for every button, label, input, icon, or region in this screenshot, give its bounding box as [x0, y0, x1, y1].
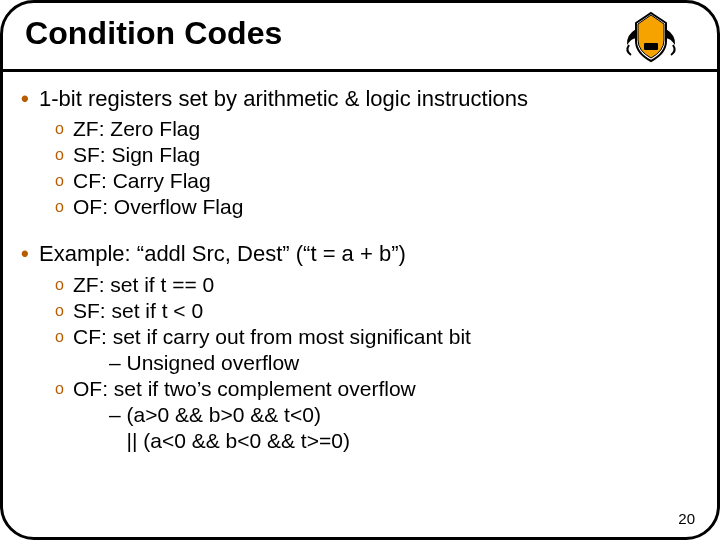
- subbullet-mark-icon: o: [55, 168, 73, 194]
- list-item: o ZF: set if t == 0: [55, 272, 697, 298]
- list-item: o OF: set if two’s complement overflow: [55, 376, 697, 402]
- list-item: o ZF: Zero Flag: [55, 116, 697, 142]
- sublist-example: o ZF: set if t == 0 o SF: set if t < 0 o…: [55, 272, 697, 454]
- list-item: o OF: Overflow Flag: [55, 194, 697, 220]
- bullet-registers: • 1-bit registers set by arithmetic & lo…: [21, 85, 697, 112]
- slide-frame: Condition Codes • 1-bit registers set by…: [0, 0, 720, 540]
- header-divider: [0, 69, 720, 72]
- subbullet-text: SF: Sign Flag: [73, 142, 200, 168]
- sub-sub-item: || (a<0 && b<0 && t>=0): [109, 428, 697, 454]
- page-title: Condition Codes: [25, 15, 695, 52]
- subbullet-mark-icon: o: [55, 272, 73, 298]
- sublist-flags: o ZF: Zero Flag o SF: Sign Flag o CF: Ca…: [55, 116, 697, 220]
- bullet-example: • Example: “addl Src, Dest” (“t = a + b”…: [21, 240, 697, 267]
- subbullet-mark-icon: o: [55, 194, 73, 220]
- subbullet-text: SF: set if t < 0: [73, 298, 203, 324]
- page-number: 20: [678, 510, 695, 527]
- svg-rect-0: [644, 43, 658, 50]
- bullet-mark-icon: •: [21, 85, 39, 112]
- bullet-text: 1-bit registers set by arithmetic & logi…: [39, 85, 697, 112]
- subbullet-mark-icon: o: [55, 298, 73, 324]
- list-item: o CF: set if carry out from most signifi…: [55, 324, 697, 350]
- subbullet-text: ZF: Zero Flag: [73, 116, 200, 142]
- subbullet-mark-icon: o: [55, 116, 73, 142]
- subbullet-text: OF: set if two’s complement overflow: [73, 376, 416, 402]
- slide-header: Condition Codes: [3, 3, 717, 54]
- subbullet-mark-icon: o: [55, 142, 73, 168]
- subbullet-text: OF: Overflow Flag: [73, 194, 243, 220]
- sub-sub-item: – Unsigned overflow: [109, 350, 697, 376]
- list-item: o SF: Sign Flag: [55, 142, 697, 168]
- bullet-text: Example: “addl Src, Dest” (“t = a + b”): [39, 240, 697, 267]
- slide-body: • 1-bit registers set by arithmetic & lo…: [21, 79, 697, 454]
- bullet-mark-icon: •: [21, 240, 39, 267]
- subbullet-text: ZF: set if t == 0: [73, 272, 214, 298]
- subbullet-text: CF: Carry Flag: [73, 168, 211, 194]
- subbullet-mark-icon: o: [55, 376, 73, 402]
- sub-sub-item: – (a>0 && b>0 && t<0): [109, 402, 697, 428]
- subbullet-mark-icon: o: [55, 324, 73, 350]
- list-item: o SF: set if t < 0: [55, 298, 697, 324]
- subbullet-text: CF: set if carry out from most significa…: [73, 324, 471, 350]
- list-item: o CF: Carry Flag: [55, 168, 697, 194]
- university-crest-icon: [611, 11, 691, 66]
